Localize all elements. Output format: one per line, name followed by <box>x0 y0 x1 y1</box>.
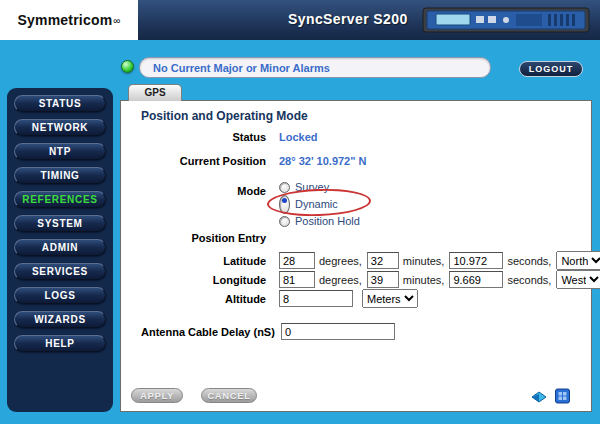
latitude-direction-select[interactable]: North <box>556 251 600 270</box>
sidebar-item-admin[interactable]: ADMIN <box>14 239 106 256</box>
sidebar-item-ntp[interactable]: NTP <box>14 143 106 160</box>
logout-button[interactable]: LOGOUT <box>519 61 583 77</box>
radio-dynamic[interactable] <box>279 195 290 214</box>
page-title: Position and Operating Mode <box>141 109 308 123</box>
sidebar: STATUS NETWORK NTP TIMING REFERENCES SYS… <box>7 88 113 412</box>
antenna-delay-label: Antenna Cable Delay (nS) <box>141 326 281 338</box>
antenna-delay-input[interactable] <box>281 323 395 340</box>
latitude-degrees-input[interactable] <box>279 252 315 269</box>
sidebar-item-help[interactable]: HELP <box>14 335 106 352</box>
mode-option-dynamic: Dynamic <box>279 197 338 211</box>
altitude-input[interactable] <box>279 290 353 307</box>
screen: Symmetricom∞ SyncServer S200 No Current … <box>0 0 600 424</box>
longitude-degrees-suffix: degrees, <box>319 274 362 286</box>
product-title: SyncServer S200 <box>288 11 408 27</box>
alarm-banner: No Current Major or Minor Alarms <box>139 57 491 78</box>
sidebar-item-references[interactable]: REFERENCES <box>14 191 106 208</box>
brand-logo: Symmetricom∞ <box>0 0 138 40</box>
header: Symmetricom∞ SyncServer S200 <box>0 0 600 40</box>
longitude-seconds-suffix: seconds, <box>507 274 551 286</box>
book-icon[interactable] <box>531 388 548 404</box>
status-led-icon <box>121 60 134 73</box>
mode-option-survey: Survey <box>279 180 329 194</box>
alarm-message: No Current Major or Minor Alarms <box>153 62 330 74</box>
radio-survey[interactable] <box>279 182 290 193</box>
radio-position-hold-label: Position Hold <box>295 215 360 227</box>
longitude-minutes-suffix: minutes, <box>403 274 445 286</box>
sidebar-item-status[interactable]: STATUS <box>14 95 106 112</box>
mode-option-position-hold: Position Hold <box>279 214 360 228</box>
brand-logo-mark: ∞ <box>113 15 120 26</box>
sidebar-item-services[interactable]: SERVICES <box>14 263 106 280</box>
content-panel: Position and Operating Mode Status Locke… <box>120 100 592 412</box>
position-entry-label: Position Entry <box>121 232 266 244</box>
altitude-unit-select[interactable]: Meters <box>362 289 418 308</box>
current-position-value: 28° 32' 10.972" N <box>279 155 366 167</box>
grid-icon[interactable] <box>554 388 571 404</box>
radio-position-hold[interactable] <box>279 216 290 227</box>
sidebar-item-network[interactable]: NETWORK <box>14 119 106 136</box>
tab-gps[interactable]: GPS <box>128 84 182 101</box>
longitude-label: Longitude <box>121 274 266 286</box>
longitude-minutes-input[interactable] <box>367 271 399 288</box>
latitude-degrees-suffix: degrees, <box>319 255 362 267</box>
latitude-seconds-input[interactable] <box>449 252 503 269</box>
brand-name: Symmetricom <box>18 12 113 28</box>
sidebar-item-system[interactable]: SYSTEM <box>14 215 106 232</box>
longitude-degrees-input[interactable] <box>279 271 315 288</box>
radio-dynamic-label: Dynamic <box>295 198 338 210</box>
sidebar-item-timing[interactable]: TIMING <box>14 167 106 184</box>
device-image <box>422 4 590 36</box>
cancel-button[interactable]: CANCEL <box>201 388 257 403</box>
latitude-label: Latitude <box>121 255 266 267</box>
status-label: Status <box>121 131 266 143</box>
current-position-label: Current Position <box>121 155 266 167</box>
latitude-minutes-input[interactable] <box>367 252 399 269</box>
altitude-label: Altitude <box>121 293 266 305</box>
status-value: Locked <box>279 131 318 143</box>
mode-label: Mode <box>121 185 266 197</box>
latitude-seconds-suffix: seconds, <box>507 255 551 267</box>
sidebar-item-logs[interactable]: LOGS <box>14 287 106 304</box>
latitude-minutes-suffix: minutes, <box>403 255 445 267</box>
sidebar-item-wizards[interactable]: WIZARDS <box>14 311 106 328</box>
longitude-direction-select[interactable]: West <box>556 270 600 289</box>
apply-button[interactable]: APPLY <box>131 388 183 403</box>
radio-survey-label: Survey <box>295 181 329 193</box>
longitude-seconds-input[interactable] <box>449 271 503 288</box>
